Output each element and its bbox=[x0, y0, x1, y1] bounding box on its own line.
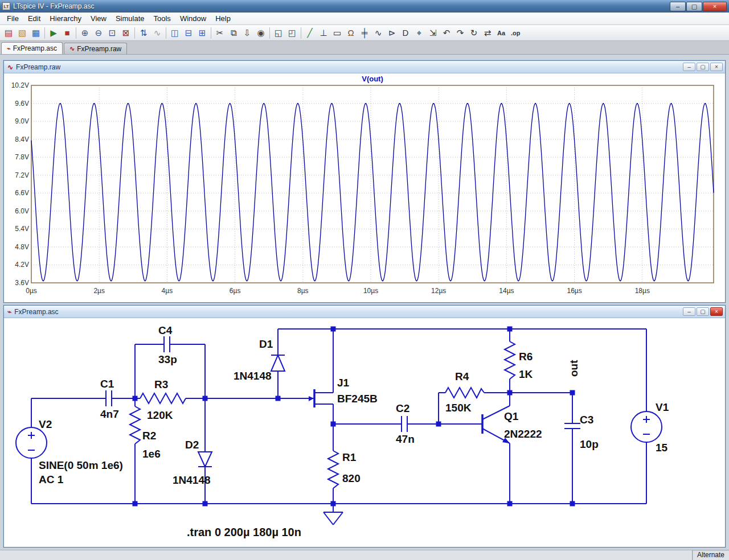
component-value: 33p bbox=[158, 353, 177, 365]
toolbar-place-inductor-button[interactable]: ∿ bbox=[371, 26, 385, 39]
waveform-maximize-button[interactable]: ▢ bbox=[697, 63, 709, 71]
toolbar-place-diode-button[interactable]: ⊳ bbox=[385, 26, 399, 39]
schematic-window: ⌁ FxPreamp.asc – ▢ × bbox=[3, 305, 726, 547]
toolbar-place-component-button[interactable]: D bbox=[399, 26, 412, 39]
menu-hierarchy[interactable]: Hierarchy bbox=[45, 13, 86, 24]
component-label: C3 bbox=[580, 414, 593, 426]
waveform-window-titlebar[interactable]: ∿ FxPreamp.raw – ▢ × bbox=[4, 61, 725, 73]
mdi-client: ∿ FxPreamp.raw – ▢ × 10.2V9.6V9.0V8.4V7.… bbox=[0, 55, 729, 550]
toolbar-place-text-button[interactable]: Aa bbox=[494, 26, 508, 39]
schematic-labels: V2 SINE(0 50m 1e6) AC 1 C1 4n7 C4 33p R3… bbox=[39, 324, 669, 538]
toolbar-spice-directive-button[interactable]: .op bbox=[508, 26, 523, 39]
schematic-file-icon: ⌁ bbox=[7, 45, 11, 52]
toolbar-new-schematic-button[interactable]: ▤ bbox=[2, 26, 15, 39]
component-value: BF245B bbox=[337, 393, 378, 405]
trace-legend[interactable]: V(out) bbox=[362, 75, 383, 83]
toolbar-separator bbox=[301, 27, 301, 39]
schematic-maximize-button[interactable]: ▢ bbox=[697, 307, 709, 316]
app-close-button[interactable]: × bbox=[703, 2, 727, 11]
toolbar-cut-button[interactable]: ✂ bbox=[213, 26, 227, 39]
toolbar-print-preview-button[interactable]: ◱ bbox=[272, 26, 285, 39]
schematic-close-button[interactable]: × bbox=[710, 307, 723, 316]
toolbar-tile-vertically-button[interactable]: ◫ bbox=[168, 26, 182, 39]
toolbar: ▤▧▦▶■⊕⊖⊡⊠⇅∿◫⊟⊞✂⧉⇩◉◱◰╱⊥▭Ω╪∿⊳D⌖⇲↶↷↻⇄Aa.op bbox=[0, 25, 729, 41]
app-maximize-button[interactable]: ▢ bbox=[686, 2, 702, 11]
schematic-wires bbox=[16, 329, 662, 525]
toolbar-label-net-button[interactable]: ▭ bbox=[330, 26, 344, 39]
toolbar-zoom-in-button[interactable]: ⊕ bbox=[78, 26, 92, 39]
toolbar-copy-button[interactable]: ⧉ bbox=[227, 26, 240, 39]
toolbar-save-button[interactable]: ▦ bbox=[29, 26, 43, 39]
waveform-window-title: FxPreamp.raw bbox=[16, 63, 682, 71]
component-label: Q1 bbox=[504, 410, 519, 422]
toolbar-open-button[interactable]: ▧ bbox=[15, 26, 29, 39]
toolbar-mirror-button[interactable]: ⇄ bbox=[481, 26, 494, 39]
schematic-canvas-area[interactable]: V2 SINE(0 50m 1e6) AC 1 C1 4n7 C4 33p R3… bbox=[4, 318, 725, 547]
menu-window[interactable]: Window bbox=[175, 13, 211, 24]
app-minimize-button[interactable]: – bbox=[670, 2, 686, 11]
tab-label: FxPreamp.raw bbox=[77, 45, 121, 53]
component-value: 1K bbox=[519, 368, 533, 380]
toolbar-separator bbox=[44, 27, 45, 39]
toolbar-draw-wire-button[interactable]: ╱ bbox=[303, 26, 317, 39]
waveform-minimize-button[interactable]: – bbox=[683, 63, 695, 71]
toolbar-print-button[interactable]: ◰ bbox=[285, 26, 299, 39]
app-titlebar[interactable]: LT LTspice IV - FxPreamp.asc – ▢ × bbox=[0, 0, 729, 13]
toolbar-rotate-button[interactable]: ↻ bbox=[467, 26, 481, 39]
toolbar-place-resistor-button[interactable]: Ω bbox=[344, 26, 358, 39]
toolbar-zoom-out-button[interactable]: ⊖ bbox=[92, 26, 105, 39]
y-axis-labels[interactable]: 10.2V9.6V9.0V8.4V7.8V7.2V6.6V6.0V5.4V4.8… bbox=[11, 81, 29, 287]
toolbar-separator bbox=[269, 27, 270, 39]
svg-text:6.6V: 6.6V bbox=[15, 189, 29, 197]
toolbar-paste-button[interactable]: ⇩ bbox=[240, 26, 254, 39]
component-value: 120K bbox=[147, 409, 173, 421]
spice-directive-text[interactable]: .tran 0 200µ 180µ 10n bbox=[187, 526, 301, 538]
toolbar-run-button[interactable]: ▶ bbox=[47, 26, 60, 39]
menu-file[interactable]: File bbox=[2, 13, 23, 24]
menu-view[interactable]: View bbox=[86, 13, 111, 24]
component-label: R1 bbox=[342, 451, 357, 463]
toolbar-tile-horizontally-button[interactable]: ⊟ bbox=[182, 26, 195, 39]
menu-edit[interactable]: Edit bbox=[23, 13, 45, 24]
toolbar-move-button[interactable]: ⌖ bbox=[412, 26, 426, 39]
schematic-window-titlebar[interactable]: ⌁ FxPreamp.asc – ▢ × bbox=[4, 306, 725, 318]
menu-tools[interactable]: Tools bbox=[149, 13, 175, 24]
component-value: 2N2222 bbox=[504, 428, 542, 440]
waveform-plot-area[interactable]: 10.2V9.6V9.0V8.4V7.8V7.2V6.6V6.0V5.4V4.8… bbox=[4, 73, 725, 302]
svg-text:4.8V: 4.8V bbox=[15, 243, 29, 251]
toolbar-zoom-full-extents-button[interactable]: ⊡ bbox=[105, 26, 119, 39]
svg-text:4µs: 4µs bbox=[162, 287, 173, 295]
net-label-out[interactable]: out bbox=[568, 360, 580, 377]
toolbar-place-capacitor-button[interactable]: ╪ bbox=[358, 26, 371, 39]
component-label: D2 bbox=[185, 439, 199, 451]
component-label: D1 bbox=[259, 338, 273, 350]
svg-text:9.6V: 9.6V bbox=[15, 100, 29, 108]
schematic-canvas[interactable]: V2 SINE(0 50m 1e6) AC 1 C1 4n7 C4 33p R3… bbox=[4, 318, 725, 547]
waveform-plot[interactable]: 10.2V9.6V9.0V8.4V7.8V7.2V6.6V6.0V5.4V4.8… bbox=[4, 73, 725, 302]
menu-simulate[interactable]: Simulate bbox=[111, 13, 149, 24]
tab-bar: ⌁FxPreamp.asc∿FxPreamp.raw bbox=[0, 41, 729, 55]
status-mode-indicator: Alternate bbox=[692, 550, 729, 560]
x-axis-labels[interactable]: 0µs2µs4µs6µs8µs10µs12µs14µs16µs18µs bbox=[26, 287, 650, 295]
toolbar-halt-button[interactable]: ■ bbox=[60, 26, 74, 39]
schematic-minimize-button[interactable]: – bbox=[683, 307, 695, 316]
toolbar-redo-button[interactable]: ↷ bbox=[453, 26, 467, 39]
toolbar-separator bbox=[211, 27, 211, 39]
toolbar-plot-settings-button[interactable]: ∿ bbox=[150, 26, 164, 39]
toolbar-cascade-windows-button[interactable]: ⊞ bbox=[195, 26, 209, 39]
toolbar-find-button[interactable]: ◉ bbox=[254, 26, 268, 39]
svg-text:4.2V: 4.2V bbox=[15, 261, 29, 269]
tab-FxPreamp.asc[interactable]: ⌁FxPreamp.asc bbox=[1, 42, 63, 54]
toolbar-autorange-y-axis-button[interactable]: ⇅ bbox=[137, 26, 150, 39]
toolbar-drag-button[interactable]: ⇲ bbox=[426, 26, 440, 39]
toolbar-undo-button[interactable]: ↶ bbox=[440, 26, 453, 39]
svg-text:10µs: 10µs bbox=[363, 287, 378, 295]
svg-text:6.0V: 6.0V bbox=[15, 207, 29, 215]
waveform-close-button[interactable]: × bbox=[710, 63, 723, 71]
toolbar-place-ground-button[interactable]: ⊥ bbox=[317, 26, 330, 39]
toolbar-zoom-area-button[interactable]: ⊠ bbox=[119, 26, 133, 39]
toolbar-separator bbox=[76, 27, 76, 39]
tab-FxPreamp.raw[interactable]: ∿FxPreamp.raw bbox=[64, 43, 127, 54]
waveform-window-icon: ∿ bbox=[7, 63, 13, 71]
menu-help[interactable]: Help bbox=[211, 13, 235, 24]
